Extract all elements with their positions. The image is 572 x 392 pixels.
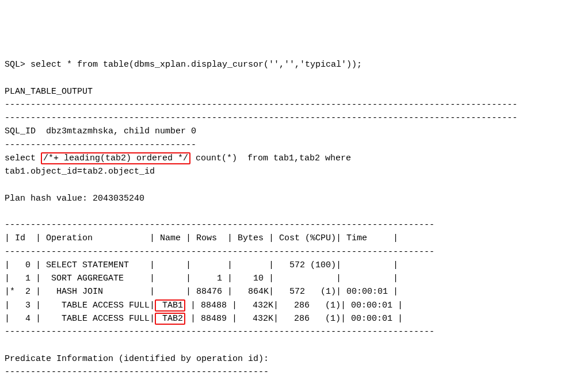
plan-row-3: | 3 | TABLE ACCESS FULL| TAB1 | 88488 | … — [5, 299, 403, 312]
plan-row-pre: |* 2 | HASH JOIN | — [5, 287, 155, 297]
plan-table-border: ----------------------------------------… — [5, 247, 434, 257]
optimizer-hint-highlight: /*+ leading(tab2) ordered */ — [41, 152, 190, 164]
plan-row-name — [155, 287, 181, 297]
table-name-highlight: TAB2 — [155, 313, 185, 325]
plan-row-post: | 88488 | 432K| 286 (1)| 00:00:01 | — [185, 301, 403, 310]
divider-line: ----------------------------------------… — [5, 113, 517, 123]
plan-row-1: | 1 | SORT AGGREGATE | | 1 | 10 | | | — [5, 274, 398, 283]
plan-hash-value: Plan hash value: 2043035240 — [5, 194, 144, 203]
divider-line: ----------------------------------------… — [5, 367, 269, 377]
plan-row-post: | 88489 | 432K| 286 (1)| 00:00:01 | — [185, 314, 403, 324]
divider-line: ------------------------------------- — [5, 140, 196, 150]
table-name-highlight: TAB1 — [155, 299, 185, 312]
plan-row-4: | 4 | TABLE ACCESS FULL| TAB2 | 88489 | … — [5, 313, 403, 325]
plan-row-post: | 88476 | 864K| 572 (1)| 00:00:01 | — [181, 287, 398, 297]
plan-table-header: | Id | Operation | Name | Rows | Bytes |… — [5, 233, 398, 243]
select-tail: count(*) from tab1,tab2 where — [190, 153, 351, 163]
query-text-line1: select /*+ leading(tab2) ordered */ coun… — [5, 152, 351, 164]
sql-prompt: SQL> — [5, 60, 30, 70]
plan-row-pre: | 4 | TABLE ACCESS FULL| — [5, 314, 155, 324]
sql-command: select * from table(dbms_xplan.display_c… — [30, 60, 362, 70]
plan-row-pre: | 3 | TABLE ACCESS FULL| — [5, 301, 155, 310]
sql-id-line: SQL_ID dbz3mtazmhska, child number 0 — [5, 126, 196, 136]
plan-table-border: ----------------------------------------… — [5, 220, 434, 230]
predicate-info-header: Predicate Information (identified by ope… — [5, 354, 269, 364]
plan-row-2: |* 2 | HASH JOIN | | 88476 | 864K| 572 (… — [5, 287, 398, 297]
query-text-line2: tab1.object_id=tab2.object_id — [5, 167, 155, 176]
plan-table-border: ----------------------------------------… — [5, 327, 434, 337]
divider-line: ----------------------------------------… — [5, 100, 517, 110]
plan-table-output-label: PLAN_TABLE_OUTPUT — [5, 87, 93, 97]
select-keyword: select — [5, 153, 41, 163]
terminal-output: SQL> select * from table(dbms_xplan.disp… — [5, 58, 567, 392]
plan-row-0: | 0 | SELECT STATEMENT | | | | 572 (100)… — [5, 260, 398, 270]
